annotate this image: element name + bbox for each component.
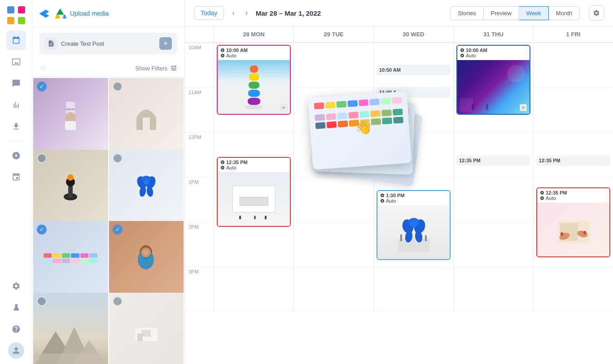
event-wed-1050am[interactable]: 10:50 AM <box>377 65 451 75</box>
media-item[interactable]: ✓ <box>109 221 184 296</box>
sidebar-item-messages[interactable] <box>6 74 26 93</box>
day-col-wed: 10:50 AM 11:00 A 1:30 PM <box>373 43 453 312</box>
sidebar-item-calendar[interactable] <box>6 30 26 50</box>
day-slot[interactable] <box>214 222 293 267</box>
media-thumb <box>59 172 82 201</box>
time-header <box>185 26 214 42</box>
craft-thumb <box>556 212 591 247</box>
create-post-plus-button[interactable]: + <box>159 37 172 50</box>
event-fri-1235pm-top[interactable]: 12:35 PM <box>536 155 610 166</box>
media-item[interactable] <box>33 293 108 364</box>
event-label: Auto <box>226 165 236 170</box>
sidebar-item-settings[interactable] <box>6 276 26 296</box>
view-buttons: Stories Preview Week Month <box>450 6 580 20</box>
media-check-7[interactable] <box>37 296 47 306</box>
media-thumb <box>133 171 160 203</box>
filter-bar: ☆ Show Filters <box>32 60 184 77</box>
event-fri-1235pm-auto[interactable]: 12:35 PM Auto <box>536 187 610 257</box>
day-slot[interactable] <box>454 222 533 267</box>
media-check-1[interactable]: ✓ <box>37 82 47 91</box>
time-slot-1pm: 1PM <box>185 178 214 222</box>
calendar-settings-button[interactable] <box>589 5 604 21</box>
day-slot[interactable] <box>374 133 453 178</box>
media-check-5[interactable]: ✓ <box>37 225 47 234</box>
sidebar-item-downloads[interactable] <box>6 117 26 136</box>
sidebar-item-lab[interactable] <box>6 298 26 317</box>
svg-point-42 <box>411 221 417 228</box>
upload-media-button[interactable]: Upload media <box>70 10 109 17</box>
event-mon-10am[interactable]: 10:00 AM Auto <box>217 45 291 115</box>
svg-rect-36 <box>425 235 427 241</box>
day-slot[interactable] <box>534 88 613 133</box>
sidebar-item-analytics[interactable] <box>6 95 26 115</box>
show-filters-button[interactable]: Show Filters <box>135 65 177 72</box>
day-slot[interactable] <box>534 267 613 312</box>
today-button[interactable]: Today <box>194 6 224 20</box>
media-item[interactable] <box>109 78 184 153</box>
avatar[interactable] <box>8 342 24 359</box>
day-col-thu: 10:00 AM Auto <box>453 43 533 312</box>
media-check-8[interactable] <box>113 296 123 306</box>
event-label: Auto <box>386 198 396 204</box>
svg-rect-33 <box>137 334 143 341</box>
day-slot[interactable] <box>294 133 373 178</box>
svg-marker-5 <box>55 15 60 18</box>
date-range-label: Mar 28 – Mar 1, 2022 <box>256 9 321 17</box>
media-thumb <box>133 316 160 343</box>
view-month-button[interactable]: Month <box>549 6 580 20</box>
sidebar-item-media[interactable] <box>6 52 26 72</box>
day-slot[interactable] <box>294 222 373 267</box>
day-slot[interactable] <box>454 178 533 222</box>
event-label: Auto <box>546 195 556 201</box>
day-slot[interactable] <box>534 43 613 88</box>
view-week-button[interactable]: Week <box>519 6 549 20</box>
time-column: 10AM 11AM 12PM 1PM 2PM 3PM <box>185 43 214 312</box>
icon-sidebar <box>0 0 32 364</box>
view-stories-button[interactable]: Stories <box>450 6 483 20</box>
sidebar-item-integrations[interactable] <box>6 167 26 187</box>
day-slot[interactable] <box>294 88 373 133</box>
sidebar-divider <box>9 141 23 141</box>
prev-arrow-button[interactable]: ‹ <box>229 7 237 19</box>
media-item[interactable] <box>33 150 108 225</box>
day-header-wed: 30 WED <box>373 26 453 42</box>
create-post-bar[interactable]: Create Text Post + <box>39 33 177 54</box>
media-item[interactable]: POETRY ✓ <box>33 78 108 153</box>
media-item[interactable] <box>109 150 184 225</box>
media-check-4[interactable] <box>113 153 123 163</box>
view-preview-button[interactable]: Preview <box>484 6 519 20</box>
day-slot[interactable] <box>454 267 533 312</box>
event-thu-1235pm[interactable]: 12:35 PM <box>456 155 530 166</box>
time-slot-3pm: 3PM <box>185 267 214 312</box>
sidebar-item-automation[interactable] <box>6 146 26 165</box>
media-check-6[interactable]: ✓ <box>113 225 123 234</box>
day-slot[interactable] <box>294 43 373 88</box>
media-thumb: POETRY <box>59 100 82 131</box>
svg-point-47 <box>560 232 563 236</box>
media-item[interactable]: ✓ <box>33 221 108 296</box>
svg-point-16 <box>67 174 74 181</box>
day-slot[interactable] <box>214 267 293 312</box>
media-check-2[interactable] <box>113 82 123 91</box>
app-logo[interactable] <box>6 5 26 25</box>
svg-marker-4 <box>57 9 64 15</box>
day-slot[interactable] <box>294 267 373 312</box>
event-wed-130pm[interactable]: 1:30 PM Auto <box>377 190 451 260</box>
media-grid: POETRY ✓ <box>32 77 184 364</box>
day-slot[interactable] <box>374 267 453 312</box>
svg-rect-3 <box>18 17 25 24</box>
event-mon-1235pm[interactable]: 12:35 PM Auto <box>217 157 291 227</box>
next-arrow-button[interactable]: › <box>243 7 250 19</box>
media-thumb <box>134 243 158 274</box>
drive-icon <box>54 7 66 20</box>
media-check-3[interactable] <box>37 153 47 163</box>
svg-rect-35 <box>400 234 402 241</box>
day-slot[interactable] <box>294 178 373 222</box>
favorites-icon[interactable]: ☆ <box>39 63 47 73</box>
sidebar-item-help[interactable] <box>6 319 26 339</box>
calendar-header-row: 28 MON 29 TUE 30 WED 31 THU 1 FRI <box>185 26 613 43</box>
event-time: 10:00 AM <box>466 48 487 53</box>
media-item[interactable] <box>109 293 184 364</box>
event-thu-10am[interactable]: 10:00 AM Auto <box>456 45 530 115</box>
event-wed-1100am[interactable]: 11:00 A <box>377 87 451 98</box>
